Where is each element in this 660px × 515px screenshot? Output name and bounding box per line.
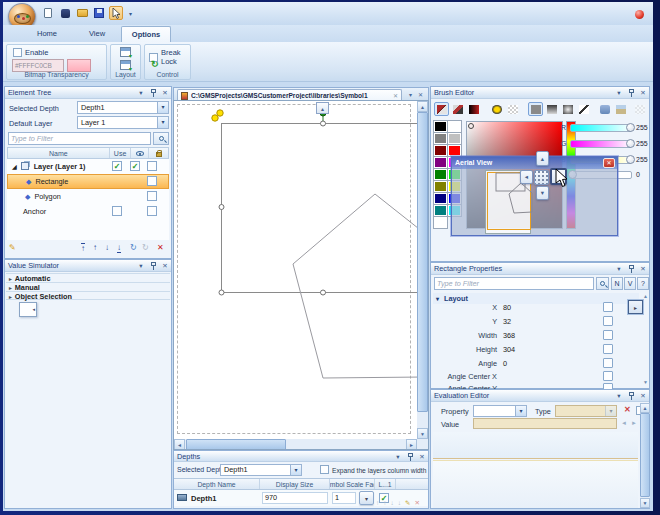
display-size-field[interactable]: 970: [262, 492, 328, 504]
delete-icon[interactable]: ✕: [157, 243, 164, 252]
lock-checkbox[interactable]: [147, 176, 157, 186]
use-checkbox[interactable]: [112, 206, 122, 216]
property-combo[interactable]: ▾: [473, 405, 527, 417]
expander-icon[interactable]: ◢: [12, 163, 17, 170]
property-value[interactable]: 80: [503, 303, 511, 312]
pin-icon[interactable]: [626, 88, 636, 97]
layout-load-button[interactable]: [120, 60, 131, 70]
palette-swatch[interactable]: [434, 121, 447, 132]
section-expander-icon[interactable]: ▾: [436, 296, 439, 302]
close-document-icon[interactable]: ✕: [418, 91, 423, 98]
add-depth-icon[interactable]: ✎: [405, 499, 410, 507]
lock-checkbox[interactable]: [147, 206, 157, 216]
customize-qat-button[interactable]: ▾: [126, 6, 135, 20]
simulator-item-automatic[interactable]: ▸Automatic: [6, 273, 170, 282]
search-button[interactable]: [596, 277, 609, 290]
use-checkbox[interactable]: ✓: [112, 161, 122, 171]
expand-layers-checkbox[interactable]: [320, 465, 329, 474]
property-checkbox[interactable]: [603, 316, 613, 326]
blue-slider-thumb[interactable]: [626, 155, 635, 164]
tree-row-layer[interactable]: ◢ Layer (Layer 1): [7, 159, 169, 174]
property-value[interactable]: 32: [503, 317, 511, 326]
red-slider-thumb[interactable]: [626, 123, 635, 132]
default-layer-combo[interactable]: Layer 1 ▾: [77, 116, 169, 129]
close-icon[interactable]: ✕: [638, 391, 648, 400]
palette-swatch[interactable]: [448, 145, 461, 156]
horizontal-scroll-thumb[interactable]: [186, 439, 286, 450]
tab-options[interactable]: Options: [121, 26, 171, 42]
palette-swatch[interactable]: [434, 217, 447, 228]
vertical-scrollbar[interactable]: ▲ ▼: [417, 101, 428, 439]
lock-checkbox[interactable]: [147, 191, 157, 201]
search-button[interactable]: [153, 132, 169, 145]
move-up-icon[interactable]: ↑: [93, 243, 97, 252]
green-slider-thumb[interactable]: [626, 139, 635, 148]
move-down-icon[interactable]: ↓: [105, 243, 109, 252]
resize-handle-bottom[interactable]: [321, 290, 326, 295]
rotate-icon[interactable]: ↻: [130, 243, 137, 252]
property-checkbox[interactable]: [603, 358, 613, 368]
radial-gradient-fill-button[interactable]: [560, 102, 575, 116]
close-icon[interactable]: ✕: [160, 261, 170, 270]
chevron-down-icon[interactable]: ▾: [136, 88, 146, 97]
scroll-down-icon[interactable]: ▼: [640, 498, 650, 508]
collapse-button[interactable]: ▴: [316, 102, 329, 114]
horizontal-scrollbar[interactable]: ◄ ►: [174, 439, 417, 450]
column-depth-name[interactable]: Depth Name: [174, 479, 260, 489]
scroll-up-icon[interactable]: ▲: [417, 101, 428, 112]
import-button[interactable]: [58, 6, 72, 20]
open-button[interactable]: [75, 6, 89, 20]
scroll-left-icon[interactable]: ◄: [174, 439, 185, 450]
vertical-scrollbar[interactable]: ▲ ▼: [640, 403, 650, 508]
pin-icon[interactable]: [148, 261, 158, 270]
palette-swatch[interactable]: [434, 169, 447, 180]
property-value[interactable]: 368: [503, 331, 515, 340]
chevron-down-icon[interactable]: ▾: [515, 406, 526, 416]
palette-swatch[interactable]: [448, 133, 461, 144]
texture-button[interactable]: [613, 102, 628, 116]
angle-center-handle[interactable]: [217, 110, 223, 116]
property-checkbox[interactable]: [603, 344, 613, 354]
pin-icon[interactable]: [626, 264, 636, 273]
close-icon[interactable]: ✕: [417, 452, 427, 461]
edit-pencil-icon[interactable]: ✎: [9, 243, 16, 252]
column-name[interactable]: Name: [8, 148, 110, 158]
chevron-down-icon[interactable]: ▾: [393, 452, 403, 461]
pan-up-button[interactable]: ▴: [536, 151, 549, 166]
scale-spinner-button[interactable]: ▾: [359, 491, 374, 505]
palette-swatch[interactable]: [448, 121, 461, 132]
column-layer1[interactable]: L...1: [375, 479, 396, 489]
palette-swatch[interactable]: [434, 145, 447, 156]
brush-tool-button[interactable]: [434, 102, 449, 116]
pan-left-button[interactable]: ◂: [520, 170, 533, 184]
column-display-size[interactable]: Display Size: [260, 479, 330, 489]
scroll-right-icon[interactable]: ►: [406, 439, 417, 450]
tree-row-anchor[interactable]: Anchor: [7, 204, 169, 219]
pin-icon[interactable]: [405, 452, 415, 461]
palette-swatch[interactable]: [434, 133, 447, 144]
filter-help-button[interactable]: ?: [637, 277, 649, 290]
palette-swatch[interactable]: [434, 193, 447, 204]
filter-name-button[interactable]: N: [611, 277, 623, 290]
pan-grip-button[interactable]: [534, 170, 549, 185]
pin-icon[interactable]: [626, 391, 636, 400]
simulator-item-object-selection[interactable]: ▸Object Selection: [6, 291, 170, 300]
resize-handle-top[interactable]: [321, 121, 326, 126]
chevron-down-icon[interactable]: ▾: [157, 102, 168, 113]
tab-view[interactable]: View: [77, 26, 117, 42]
scroll-up-icon[interactable]: ▲: [643, 293, 650, 299]
anchor-handle[interactable]: [212, 115, 218, 121]
simulator-item-manual[interactable]: ▸Manual: [6, 282, 170, 291]
tree-row-rectangle[interactable]: ◆ Rectangle: [7, 174, 169, 189]
scroll-up-icon[interactable]: ▲: [640, 403, 650, 413]
new-document-button[interactable]: [41, 6, 55, 20]
layout-save-button[interactable]: [120, 47, 131, 57]
palette-swatch[interactable]: [434, 181, 447, 192]
chevron-down-icon[interactable]: ▾: [614, 264, 624, 273]
depths-selected-depth-combo[interactable]: Depth1 ▾: [220, 464, 302, 476]
pick-color-button[interactable]: [597, 102, 612, 116]
line-fill-button[interactable]: [576, 102, 591, 116]
visible-checkbox[interactable]: ✓: [130, 161, 140, 171]
tab-close-icon[interactable]: ✕: [393, 92, 398, 99]
tab-list-icon[interactable]: ▾: [409, 91, 412, 98]
